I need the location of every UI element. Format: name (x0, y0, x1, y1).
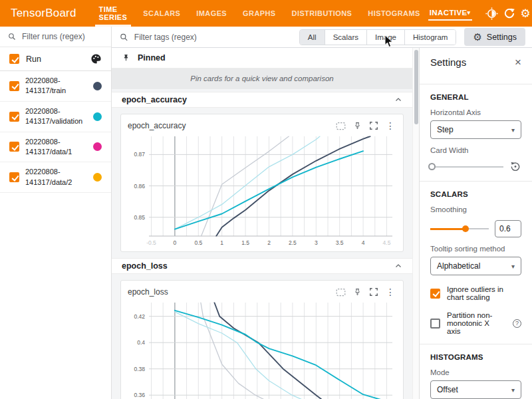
cards-pane: Pinned Pin cards for a quick view and co… (112, 48, 412, 399)
run-list-item[interactable]: 20220808-141317/train (0, 71, 111, 102)
select-all-runs-checkbox[interactable] (9, 54, 19, 64)
nav-tab[interactable]: DISTRIBUTIONS (284, 0, 360, 27)
settings-gear-button[interactable]: ⚙ (521, 4, 531, 23)
card-width-label: Card Width (430, 146, 521, 154)
svg-text:0.38: 0.38 (134, 366, 145, 372)
chevron-down-icon: ▾ (511, 386, 515, 394)
filter-runs-row (0, 27, 111, 47)
smoothing-value-input[interactable] (495, 220, 521, 237)
svg-text:-0.5: -0.5 (146, 239, 156, 246)
nav-tab[interactable]: GRAPHS (235, 0, 283, 27)
section-header-epoch-loss[interactable]: epoch_loss (112, 258, 412, 274)
settings-panel: Settings × GENERAL Horizontal Axis Step … (419, 48, 532, 399)
svg-text:4.5: 4.5 (383, 239, 391, 246)
histogram-mode-label: Mode (430, 368, 521, 376)
search-icon (120, 33, 128, 42)
runs-sidebar: Run 20220808-141317/train 202208 (0, 27, 112, 399)
ignore-outliers-row[interactable]: Ignore outliers in chart scaling (430, 285, 521, 301)
epoch-accuracy-chart[interactable]: 0.850.860.87-0.500.511.522.533.544.5 (126, 134, 396, 249)
chevron-up-icon[interactable] (394, 96, 402, 104)
tooltip-sorting-value: Alphabetical (437, 261, 480, 271)
ignore-outliers-checkbox[interactable] (430, 289, 440, 299)
tag-type-chip[interactable]: All (300, 30, 325, 45)
filter-runs-input[interactable] (22, 32, 104, 41)
tooltip-sorting-select[interactable]: Alphabetical ▾ (430, 257, 521, 275)
run-list-item[interactable]: 20220808-141317/data/1 (0, 132, 111, 163)
svg-text:0.87: 0.87 (134, 151, 145, 158)
tag-type-chip[interactable]: Image (366, 30, 404, 45)
fullscreen-button[interactable] (366, 118, 381, 133)
run-checkbox[interactable] (9, 142, 19, 152)
run-checkbox[interactable] (9, 172, 19, 182)
run-checkbox[interactable] (9, 112, 19, 122)
run-checkbox[interactable] (9, 81, 19, 91)
chevron-down-icon: ▾ (511, 263, 515, 270)
pin-icon (353, 121, 362, 131)
nav-tab[interactable]: SCALARS (135, 0, 188, 27)
fit-to-domain-button[interactable] (333, 118, 348, 133)
section-title: epoch_accuracy (122, 95, 187, 104)
close-icon[interactable]: × (515, 57, 521, 68)
card-menu-button[interactable]: ⋮ (383, 285, 398, 299)
chevron-down-icon: ▾ (511, 126, 515, 134)
pinned-section-header: Pinned (112, 48, 412, 68)
scrollbar-thumb[interactable] (414, 50, 418, 124)
section-header-epoch-accuracy[interactable]: epoch_accuracy (112, 92, 412, 108)
settings-panel-title: Settings (430, 57, 466, 68)
card-title: epoch_loss (126, 287, 333, 297)
divider (420, 181, 532, 182)
slider-thumb[interactable] (428, 163, 436, 170)
cards-scrollbar[interactable] (412, 48, 419, 399)
tensorboard-app: TensorBoard TIME SERIES SCALARS IMAGES G… (0, 0, 532, 399)
partition-x-axis-checkbox[interactable] (430, 319, 440, 329)
theme-toggle-button[interactable] (485, 4, 498, 23)
fit-to-domain-button[interactable] (333, 285, 348, 299)
settings-button[interactable]: ⚙ Settings (464, 28, 525, 46)
horizontal-axis-select[interactable]: Step ▾ (430, 120, 521, 139)
partition-x-axis-label: Partition non-monotonic X axis (447, 311, 505, 335)
svg-text:3.5: 3.5 (336, 239, 344, 246)
pin-card-button[interactable] (350, 285, 364, 299)
chevron-down-icon: ▾ (467, 9, 471, 16)
card-menu-button[interactable]: ⋮ (383, 118, 398, 133)
card-title: epoch_accuracy (126, 121, 333, 130)
run-list-item[interactable]: 20220808-141317/validation (0, 102, 111, 132)
svg-text:1.5: 1.5 (241, 239, 249, 246)
refresh-button[interactable] (503, 4, 515, 23)
card-width-slider[interactable] (430, 163, 503, 171)
ignore-outliers-label: Ignore outliers in chart scaling (447, 285, 521, 301)
nav-tab[interactable]: IMAGES (188, 0, 235, 27)
histogram-mode-select[interactable]: Offset ▾ (430, 380, 521, 399)
chevron-up-icon[interactable] (394, 262, 402, 270)
epoch-loss-chart[interactable]: 0.420.40.380.36 (126, 300, 396, 399)
fit-domain-icon (336, 288, 346, 297)
pinned-title: Pinned (138, 53, 166, 63)
filter-tags-input[interactable] (134, 33, 294, 42)
help-icon[interactable]: ? (513, 319, 521, 328)
nav-tab[interactable]: HISTOGRAMS (360, 0, 428, 27)
nav-tab[interactable]: TIME SERIES (91, 0, 136, 27)
run-status-dropdown[interactable]: INACTIVE ▾ (428, 7, 472, 21)
run-color-dot (93, 142, 102, 151)
gear-icon: ⚙ (521, 7, 531, 21)
divider (420, 84, 532, 84)
general-heading: GENERAL (430, 93, 521, 101)
nav-tabs: TIME SERIES SCALARS IMAGES GRAPHS DISTRI… (91, 0, 428, 27)
scalar-card-epoch-accuracy: epoch_accuracy (120, 114, 404, 252)
smoothing-label: Smoothing (430, 205, 521, 213)
slider-thumb[interactable] (462, 225, 469, 232)
tag-type-chip[interactable]: Histogram (404, 30, 456, 45)
palette-icon[interactable] (90, 53, 102, 65)
partition-x-axis-row[interactable]: Partition non-monotonic X axis ? (430, 311, 521, 335)
svg-text:0.85: 0.85 (134, 214, 145, 221)
pin-card-button[interactable] (350, 118, 364, 133)
smoothing-slider[interactable] (430, 225, 489, 233)
reset-icon[interactable] (509, 161, 521, 172)
histograms-heading: HISTOGRAMS (430, 353, 521, 361)
fullscreen-button[interactable] (366, 285, 381, 299)
run-color-dot (93, 82, 102, 90)
divider (420, 344, 532, 344)
run-list-item[interactable]: 20220808-141317/data/2 (0, 162, 111, 193)
tag-type-chip[interactable]: Scalars (325, 30, 366, 45)
app-logo: TensorBoard (0, 7, 91, 20)
